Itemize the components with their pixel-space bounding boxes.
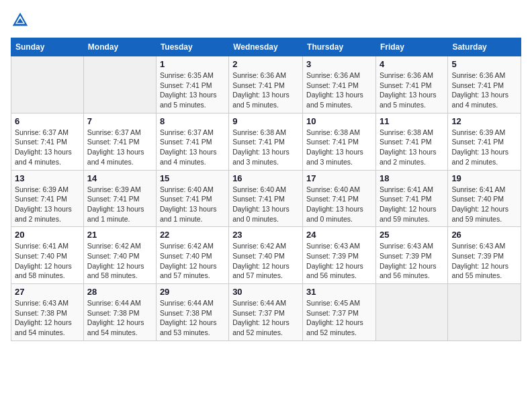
calendar-cell: 2Sunrise: 6:36 AMSunset: 7:41 PMDaylight… [229,56,303,113]
logo [11,11,32,30]
calendar-cell: 30Sunrise: 6:44 AMSunset: 7:37 PMDayligh… [229,284,303,341]
calendar-cell: 17Sunrise: 6:40 AMSunset: 7:41 PMDayligh… [303,170,376,227]
calendar-cell: 4Sunrise: 6:36 AMSunset: 7:41 PMDaylight… [375,56,447,113]
day-detail: Sunrise: 6:37 AMSunset: 7:41 PMDaylight:… [160,128,225,167]
day-number: 17 [306,173,372,183]
calendar-cell: 24Sunrise: 6:43 AMSunset: 7:39 PMDayligh… [303,227,376,284]
day-number: 31 [306,287,372,297]
calendar-cell: 13Sunrise: 6:39 AMSunset: 7:41 PMDayligh… [11,170,84,227]
calendar-cell: 28Sunrise: 6:44 AMSunset: 7:38 PMDayligh… [83,284,156,341]
day-detail: Sunrise: 6:42 AMSunset: 7:40 PMDaylight:… [87,241,152,281]
calendar-week-row: 6Sunrise: 6:37 AMSunset: 7:41 PMDaylight… [11,113,521,170]
day-number: 11 [380,116,444,126]
page-header [11,11,521,30]
day-detail: Sunrise: 6:40 AMSunset: 7:41 PMDaylight:… [160,185,225,224]
day-detail: Sunrise: 6:38 AMSunset: 7:41 PMDaylight:… [306,128,372,167]
day-detail: Sunrise: 6:40 AMSunset: 7:41 PMDaylight:… [232,185,299,224]
day-detail: Sunrise: 6:42 AMSunset: 7:40 PMDaylight:… [232,241,299,281]
day-number: 8 [160,116,225,126]
day-number: 29 [160,287,225,297]
calendar-cell: 12Sunrise: 6:39 AMSunset: 7:41 PMDayligh… [448,113,521,170]
day-number: 30 [232,287,299,297]
day-number: 3 [306,59,372,69]
calendar-week-row: 27Sunrise: 6:43 AMSunset: 7:38 PMDayligh… [11,284,521,341]
calendar-cell: 20Sunrise: 6:41 AMSunset: 7:40 PMDayligh… [11,227,84,284]
day-detail: Sunrise: 6:44 AMSunset: 7:38 PMDaylight:… [160,298,225,338]
calendar-cell: 9Sunrise: 6:38 AMSunset: 7:41 PMDaylight… [229,113,303,170]
day-detail: Sunrise: 6:43 AMSunset: 7:39 PMDaylight:… [380,241,444,281]
calendar-cell: 23Sunrise: 6:42 AMSunset: 7:40 PMDayligh… [229,227,303,284]
calendar-cell: 22Sunrise: 6:42 AMSunset: 7:40 PMDayligh… [156,227,228,284]
day-detail: Sunrise: 6:43 AMSunset: 7:38 PMDaylight:… [15,298,80,338]
calendar-cell [83,56,156,113]
weekday-header: Saturday [448,38,521,56]
calendar-cell: 29Sunrise: 6:44 AMSunset: 7:38 PMDayligh… [156,284,228,341]
day-number: 12 [451,116,517,126]
day-number: 16 [232,173,299,183]
calendar-cell: 21Sunrise: 6:42 AMSunset: 7:40 PMDayligh… [83,227,156,284]
day-number: 21 [87,230,152,240]
calendar-cell [448,284,521,341]
weekday-header: Sunday [11,38,84,56]
day-number: 13 [15,173,80,183]
day-number: 18 [380,173,444,183]
day-number: 28 [87,287,152,297]
day-number: 7 [87,116,152,126]
calendar-cell: 31Sunrise: 6:45 AMSunset: 7:37 PMDayligh… [303,284,376,341]
calendar-cell: 7Sunrise: 6:37 AMSunset: 7:41 PMDaylight… [83,113,156,170]
weekday-header: Friday [375,38,447,56]
day-number: 9 [232,116,299,126]
calendar-cell: 1Sunrise: 6:35 AMSunset: 7:41 PMDaylight… [156,56,228,113]
day-number: 23 [232,230,299,240]
day-detail: Sunrise: 6:35 AMSunset: 7:41 PMDaylight:… [160,71,225,110]
calendar-cell: 14Sunrise: 6:39 AMSunset: 7:41 PMDayligh… [83,170,156,227]
calendar-week-row: 13Sunrise: 6:39 AMSunset: 7:41 PMDayligh… [11,170,521,227]
day-detail: Sunrise: 6:44 AMSunset: 7:37 PMDaylight:… [232,298,299,338]
day-number: 27 [15,287,80,297]
day-number: 4 [380,59,444,69]
day-detail: Sunrise: 6:42 AMSunset: 7:40 PMDaylight:… [160,241,225,281]
day-detail: Sunrise: 6:37 AMSunset: 7:41 PMDaylight:… [15,128,80,167]
day-number: 5 [451,59,517,69]
day-detail: Sunrise: 6:36 AMSunset: 7:41 PMDaylight:… [380,71,444,110]
day-number: 2 [232,59,299,69]
day-detail: Sunrise: 6:36 AMSunset: 7:41 PMDaylight:… [306,71,372,110]
day-number: 10 [306,116,372,126]
day-detail: Sunrise: 6:39 AMSunset: 7:41 PMDaylight:… [87,185,152,224]
calendar-week-row: 1Sunrise: 6:35 AMSunset: 7:41 PMDaylight… [11,56,521,113]
day-number: 22 [160,230,225,240]
weekday-header: Tuesday [156,38,228,56]
weekday-header: Wednesday [229,38,303,56]
day-detail: Sunrise: 6:44 AMSunset: 7:38 PMDaylight:… [87,298,152,338]
weekday-header: Monday [83,38,156,56]
calendar-cell: 25Sunrise: 6:43 AMSunset: 7:39 PMDayligh… [375,227,447,284]
day-detail: Sunrise: 6:39 AMSunset: 7:41 PMDaylight:… [15,185,80,224]
day-detail: Sunrise: 6:41 AMSunset: 7:40 PMDaylight:… [15,241,80,281]
day-number: 25 [380,230,444,240]
day-number: 19 [451,173,517,183]
day-detail: Sunrise: 6:40 AMSunset: 7:41 PMDaylight:… [306,185,372,224]
day-detail: Sunrise: 6:38 AMSunset: 7:41 PMDaylight:… [232,128,299,167]
day-detail: Sunrise: 6:39 AMSunset: 7:41 PMDaylight:… [451,128,517,167]
calendar-cell: 8Sunrise: 6:37 AMSunset: 7:41 PMDaylight… [156,113,228,170]
day-detail: Sunrise: 6:36 AMSunset: 7:41 PMDaylight:… [232,71,299,110]
calendar-cell: 26Sunrise: 6:43 AMSunset: 7:39 PMDayligh… [448,227,521,284]
day-number: 15 [160,173,225,183]
day-number: 6 [15,116,80,126]
calendar-cell: 10Sunrise: 6:38 AMSunset: 7:41 PMDayligh… [303,113,376,170]
calendar-cell: 19Sunrise: 6:41 AMSunset: 7:40 PMDayligh… [448,170,521,227]
day-detail: Sunrise: 6:41 AMSunset: 7:41 PMDaylight:… [380,185,444,224]
weekday-header: Thursday [303,38,376,56]
calendar-cell: 18Sunrise: 6:41 AMSunset: 7:41 PMDayligh… [375,170,447,227]
calendar-header-row: SundayMondayTuesdayWednesdayThursdayFrid… [11,38,521,56]
calendar-cell: 15Sunrise: 6:40 AMSunset: 7:41 PMDayligh… [156,170,228,227]
day-detail: Sunrise: 6:43 AMSunset: 7:39 PMDaylight:… [306,241,372,281]
day-detail: Sunrise: 6:41 AMSunset: 7:40 PMDaylight:… [451,185,517,224]
day-number: 24 [306,230,372,240]
day-detail: Sunrise: 6:38 AMSunset: 7:41 PMDaylight:… [380,128,444,167]
day-number: 20 [15,230,80,240]
calendar-cell: 16Sunrise: 6:40 AMSunset: 7:41 PMDayligh… [229,170,303,227]
day-number: 1 [160,59,225,69]
calendar-cell [11,56,84,113]
calendar-cell: 3Sunrise: 6:36 AMSunset: 7:41 PMDaylight… [303,56,376,113]
